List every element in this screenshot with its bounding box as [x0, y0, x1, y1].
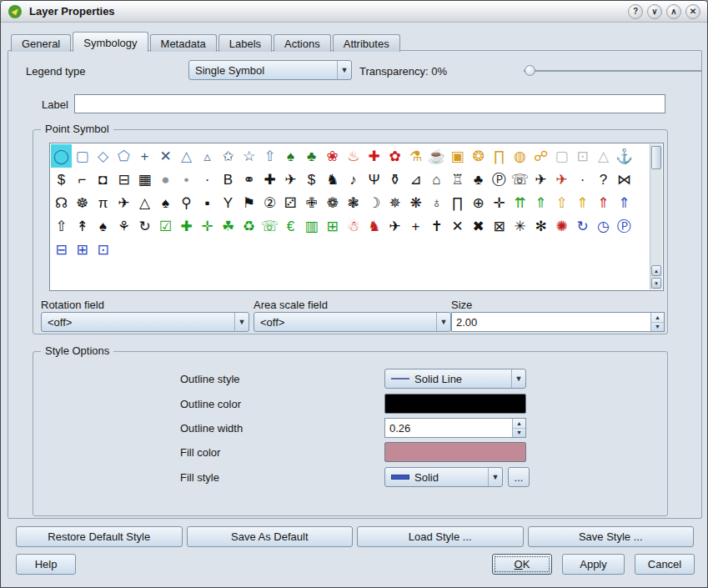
help-button[interactable]: Help — [16, 554, 76, 575]
symbol-icon[interactable]: ⚑ — [239, 191, 259, 214]
fill-style-browse-button[interactable]: ... — [508, 467, 530, 487]
spin-up-icon[interactable]: ▲ — [513, 419, 525, 429]
symbol-icon[interactable]: + — [405, 214, 426, 238]
symbol-icon[interactable]: ◇ — [93, 144, 113, 168]
symbol-icon[interactable]: ⊕ — [468, 191, 489, 214]
symbol-icon[interactable]: ⇑ — [614, 191, 635, 214]
label-input[interactable] — [74, 94, 665, 113]
symbol-icon[interactable]: ⚗ — [405, 144, 426, 168]
tab-attributes[interactable]: Attributes — [333, 34, 400, 52]
symbol-icon[interactable]: ⚓ — [614, 144, 635, 168]
symbol-icon[interactable]: ⚱ — [384, 168, 405, 191]
symbol-icon[interactable]: △ — [134, 191, 155, 214]
cancel-button[interactable]: Cancel — [635, 554, 695, 575]
save-as-default-button[interactable]: Save As Default — [187, 526, 354, 547]
symbol-icon[interactable]: ✚ — [259, 168, 280, 191]
symbol-icon[interactable]: ✩ — [218, 144, 239, 168]
symbol-icon[interactable]: ❁ — [322, 191, 343, 214]
symbol-icon[interactable]: ⊠ — [489, 214, 510, 238]
tab-general[interactable]: General — [11, 34, 71, 52]
symbol-icon[interactable]: ▪ — [197, 191, 218, 214]
ok-button[interactable]: OK — [492, 554, 552, 575]
outline-style-combobox[interactable]: Solid Line ▼ — [384, 369, 526, 389]
spin-down-icon[interactable]: ▼ — [513, 429, 525, 438]
symbol-icon[interactable]: Ⓟ — [489, 168, 510, 191]
symbol-icon[interactable]: ✖ — [468, 214, 489, 238]
symbol-icon[interactable]: ⇧ — [51, 214, 72, 238]
symbol-icon[interactable]: ✈ — [551, 168, 572, 191]
outline-width-spinbox[interactable]: 0.26 ▲ ▼ — [384, 418, 526, 438]
symbol-icon[interactable]: ⚭ — [239, 168, 259, 191]
symbol-icon[interactable]: ☽ — [364, 191, 384, 214]
symbol-icon[interactable]: ♨ — [343, 144, 364, 168]
symbol-icon[interactable]: € — [280, 214, 301, 238]
symbol-icon[interactable]: ✈ — [530, 168, 551, 191]
symbol-icon[interactable]: ⬠ — [113, 144, 134, 168]
symbol-icon[interactable]: ✚ — [364, 144, 384, 168]
symbol-icon[interactable]: △ — [176, 144, 197, 168]
symbol-icon[interactable]: ⊡ — [572, 144, 593, 168]
symbol-icon[interactable]: ⊿ — [405, 168, 426, 191]
symbol-icon[interactable]: ♞ — [364, 214, 384, 238]
symbol-icon[interactable]: ✚ — [176, 214, 197, 238]
symbol-icon[interactable]: ✕ — [447, 214, 468, 238]
spin-up-icon[interactable]: ▲ — [651, 313, 664, 323]
symbol-icon[interactable]: ♖ — [447, 168, 468, 191]
symbol-icon[interactable]: ? — [593, 168, 614, 191]
help-titlebar-button[interactable]: ? — [628, 4, 643, 19]
symbol-icon[interactable]: ▢ — [551, 144, 572, 168]
symbol-icon[interactable]: ⊟ — [113, 168, 134, 191]
symbol-icon[interactable]: ☑ — [155, 214, 176, 238]
symbol-icon[interactable]: + — [134, 144, 155, 168]
symbol-icon[interactable]: ♻ — [239, 214, 259, 238]
save-style-button[interactable]: Save Style ... — [528, 526, 695, 547]
symbol-icon[interactable]: ❂ — [468, 144, 489, 168]
tab-metadata[interactable]: Metadata — [150, 34, 217, 52]
symbol-icon[interactable]: ❃ — [343, 191, 364, 214]
symbol-icon[interactable]: ♁ — [426, 191, 447, 214]
symbol-icon[interactable]: ⇧ — [259, 144, 280, 168]
symbol-icon[interactable]: ☊ — [51, 191, 72, 214]
symbol-icon[interactable]: ☘ — [218, 214, 239, 238]
symbol-icon[interactable]: ◯ — [51, 144, 72, 168]
symbol-icon[interactable]: ✈ — [384, 214, 405, 238]
load-style-button[interactable]: Load Style ... — [357, 526, 524, 547]
symbol-icon[interactable]: ✻ — [530, 214, 551, 238]
symbol-icon[interactable]: ∏ — [447, 191, 468, 214]
symbol-icon[interactable]: ⇧ — [551, 191, 572, 214]
symbol-icon[interactable]: ⊞ — [322, 214, 343, 238]
scroll-up-icon[interactable]: ▲ — [651, 265, 661, 276]
symbol-icon[interactable]: ✝ — [426, 214, 447, 238]
tab-actions[interactable]: Actions — [274, 34, 331, 52]
symbol-icon[interactable]: ◘ — [93, 168, 113, 191]
slider-handle[interactable] — [525, 65, 535, 76]
symbol-icon[interactable]: ◍ — [510, 144, 530, 168]
spin-down-icon[interactable]: ▼ — [651, 323, 664, 332]
symbol-icon[interactable]: ❀ — [322, 144, 343, 168]
symbol-icon[interactable]: Ⓟ — [614, 214, 635, 238]
symbol-icon[interactable]: ❋ — [405, 191, 426, 214]
symbol-icon[interactable]: Ψ — [364, 168, 384, 191]
symbol-icon[interactable]: ✈ — [280, 168, 301, 191]
symbol-icon[interactable]: ⊡ — [93, 238, 113, 261]
symbol-icon[interactable]: • — [176, 168, 197, 191]
symbol-icon[interactable]: △ — [593, 144, 614, 168]
symbol-icon[interactable]: ☏ — [259, 214, 280, 238]
symbol-icon[interactable]: ⚲ — [176, 191, 197, 214]
symbol-icon[interactable]: ☏ — [510, 168, 530, 191]
rotation-field-combobox[interactable]: <off> ▼ — [41, 312, 249, 332]
symbol-icon[interactable]: ⚘ — [113, 214, 134, 238]
scrollbar-thumb[interactable] — [651, 146, 661, 169]
symbol-icon[interactable]: ↻ — [572, 214, 593, 238]
symbol-icon[interactable]: ♠ — [155, 191, 176, 214]
symbol-icon[interactable]: ⇑ — [572, 191, 593, 214]
symbol-icon[interactable]: ✿ — [384, 144, 405, 168]
symbol-icon[interactable]: ⋈ — [614, 168, 635, 191]
symbol-icon[interactable]: ✛ — [197, 214, 218, 238]
symbol-icon[interactable]: ♣ — [301, 144, 322, 168]
symbol-icon[interactable]: ✺ — [551, 214, 572, 238]
titlebar[interactable]: Layer Properties ? ∨ ∧ ✕ — [1, 1, 707, 23]
scroll-down-icon[interactable]: ▼ — [651, 278, 661, 289]
symbol-icon[interactable]: ♣ — [468, 168, 489, 191]
symbol-icon[interactable]: ⊟ — [51, 238, 72, 261]
